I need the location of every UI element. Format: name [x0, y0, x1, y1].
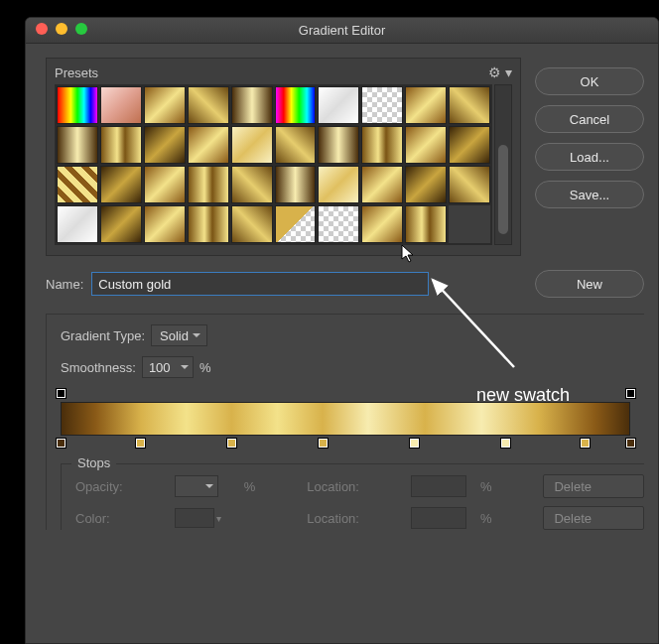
preset-swatch[interactable]: [275, 166, 317, 203]
presets-grid[interactable]: [55, 84, 492, 245]
preset-swatch[interactable]: [449, 205, 490, 243]
titlebar: Gradient Editor: [26, 18, 658, 44]
preset-swatch[interactable]: [188, 126, 229, 164]
preset-swatch[interactable]: [361, 86, 403, 124]
preset-swatch[interactable]: [231, 126, 273, 164]
preset-swatch[interactable]: [57, 205, 98, 243]
preset-swatch[interactable]: [188, 166, 229, 203]
preset-swatch[interactable]: [361, 205, 403, 243]
preset-swatch[interactable]: [144, 126, 186, 164]
opacity-stop[interactable]: [56, 388, 66, 399]
preset-swatch[interactable]: [100, 126, 142, 164]
opacity-input: [175, 475, 218, 497]
minimize-icon[interactable]: [56, 23, 67, 35]
opacity-label: Opacity:: [75, 479, 165, 494]
delete-color-stop-button: Delete: [543, 506, 644, 530]
color-stop[interactable]: [56, 438, 66, 449]
presets-label: Presets: [55, 65, 98, 80]
gradient-type-label: Gradient Type:: [61, 328, 145, 343]
smoothness-unit: %: [199, 360, 211, 375]
preset-swatch[interactable]: [188, 205, 229, 243]
preset-swatch[interactable]: [405, 166, 447, 203]
preset-swatch[interactable]: [449, 86, 490, 124]
preset-swatch[interactable]: [144, 205, 186, 243]
color-label: Color:: [75, 511, 165, 526]
color-stop[interactable]: [580, 438, 591, 449]
color-stop[interactable]: [135, 438, 146, 449]
gradient-type-select[interactable]: Solid: [151, 324, 207, 346]
location-label: Location:: [307, 479, 401, 494]
color-swatch: [175, 508, 214, 528]
scrollbar-thumb[interactable]: [498, 145, 508, 234]
color-stop[interactable]: [625, 438, 636, 449]
color-stop[interactable]: [318, 438, 329, 449]
preset-swatch[interactable]: [449, 166, 490, 203]
preset-swatch[interactable]: [100, 205, 142, 243]
presets-panel: Presets ⚙︎ ▾: [46, 58, 521, 256]
new-button[interactable]: New: [535, 270, 644, 298]
preset-swatch[interactable]: [361, 166, 403, 203]
delete-opacity-stop-button: Delete: [543, 474, 644, 498]
ok-button[interactable]: OK: [535, 67, 644, 95]
cancel-button[interactable]: Cancel: [535, 105, 644, 133]
zoom-icon[interactable]: [75, 23, 87, 35]
preset-swatch[interactable]: [231, 166, 273, 203]
name-input[interactable]: [91, 272, 429, 296]
smoothness-label: Smoothness:: [61, 360, 136, 375]
preset-swatch[interactable]: [318, 166, 359, 203]
color-stop[interactable]: [226, 438, 237, 449]
preset-swatch[interactable]: [449, 126, 490, 164]
smoothness-input[interactable]: 100: [142, 356, 194, 378]
preset-swatch[interactable]: [100, 166, 142, 203]
color-location-input: [411, 507, 466, 529]
preset-swatch[interactable]: [57, 86, 98, 124]
preset-swatch[interactable]: [318, 205, 359, 243]
preset-swatch[interactable]: [405, 126, 447, 164]
preset-swatch[interactable]: [361, 126, 403, 164]
name-label: Name:: [46, 277, 83, 292]
color-stop[interactable]: [500, 438, 511, 449]
preset-swatch[interactable]: [275, 205, 317, 243]
preset-swatch[interactable]: [231, 86, 273, 124]
stops-label: Stops: [71, 455, 116, 470]
preset-swatch[interactable]: [144, 166, 186, 203]
preset-swatch[interactable]: [231, 205, 273, 243]
preset-swatch[interactable]: [405, 205, 447, 243]
preset-swatch[interactable]: [275, 86, 317, 124]
color-stop[interactable]: [409, 438, 420, 449]
preset-swatch[interactable]: [275, 126, 317, 164]
preset-swatch[interactable]: [188, 86, 229, 124]
gradient-editor-window: Gradient Editor Presets ⚙︎ ▾ OK Cancel L…: [25, 17, 659, 644]
preset-swatch[interactable]: [405, 86, 447, 124]
preset-swatch[interactable]: [100, 86, 142, 124]
preset-swatch[interactable]: [144, 86, 186, 124]
load-button[interactable]: Load...: [535, 143, 644, 171]
preset-swatch[interactable]: [318, 86, 359, 124]
presets-scrollbar[interactable]: [494, 84, 512, 245]
preset-swatch[interactable]: [318, 126, 359, 164]
opacity-stops-track[interactable]: [61, 388, 630, 402]
window-title: Gradient Editor: [299, 23, 385, 38]
gradient-bar[interactable]: [61, 402, 630, 436]
save-button[interactable]: Save...: [535, 181, 644, 208]
opacity-stop[interactable]: [625, 388, 636, 399]
gear-icon[interactable]: ⚙︎ ▾: [488, 64, 512, 80]
color-stops-track[interactable]: [61, 436, 630, 451]
preset-swatch[interactable]: [57, 166, 98, 203]
preset-swatch[interactable]: [57, 126, 98, 164]
opacity-location-input: [411, 475, 466, 497]
close-icon[interactable]: [36, 23, 48, 35]
